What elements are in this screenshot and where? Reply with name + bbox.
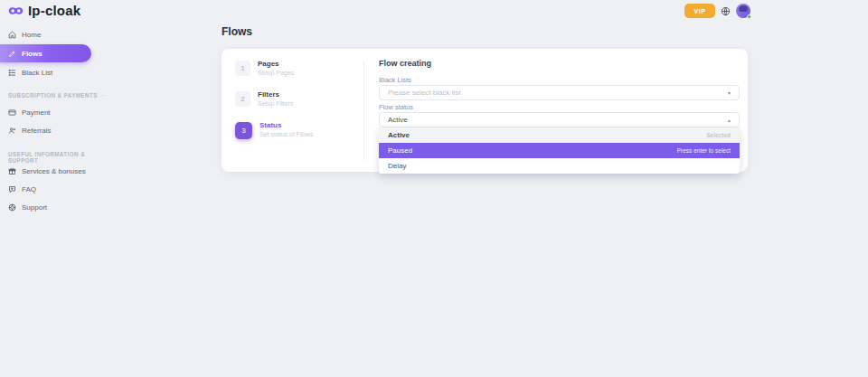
step-subtitle: Setup Pages <box>258 69 294 77</box>
option-hint: Press enter to select <box>677 147 731 154</box>
flows-icon <box>8 50 16 58</box>
option-label: Active <box>388 131 410 139</box>
sidebar-item-label: Black List <box>22 69 52 77</box>
step-subtitle: Set status of Flows <box>259 130 313 138</box>
step-title: Status <box>259 121 313 130</box>
option-active[interactable]: Active Selected <box>379 127 740 143</box>
sidebar-item-label: Referrals <box>22 127 51 135</box>
option-label: Paused <box>388 146 412 155</box>
sidebar-item-support[interactable]: Support <box>0 201 108 213</box>
black-lists-select[interactable]: Please select black list ▾ <box>379 85 740 100</box>
brand-name: Ip-cloak <box>28 3 80 18</box>
flow-status-select[interactable]: Active ▴ <box>379 112 740 127</box>
step-number-badge: 2 <box>235 91 250 107</box>
step-title: Pages <box>258 60 294 69</box>
sidebar-section-label: USEFUL INFORMATION & SUPPORT <box>8 151 108 164</box>
step-number-badge: 3 <box>235 122 252 139</box>
sidebar-section-subscription: SUBSCRIPTION & PAYMENTS <box>0 92 108 99</box>
list-icon <box>8 69 16 77</box>
option-paused[interactable]: Paused Press enter to select <box>379 143 740 158</box>
flow-creating-card: 1 Pages Setup Pages 2 Filters Setup Filt… <box>222 49 748 172</box>
flow-status-dropdown: Active Selected Paused Press enter to se… <box>379 127 740 174</box>
flow-status-value: Active <box>388 116 408 124</box>
online-status-dot <box>747 14 751 19</box>
sidebar-item-referrals[interactable]: Referrals <box>0 124 108 137</box>
form-title: Flow creating <box>379 59 431 68</box>
step-number-badge: 1 <box>235 61 250 76</box>
faq-bubble-icon <box>8 185 16 193</box>
black-lists-label: Black Lists <box>379 76 411 84</box>
sidebar-item-label: Services & bonuses <box>22 167 86 175</box>
gift-icon <box>8 167 16 175</box>
wizard-step-filters[interactable]: 2 Filters Setup Filters <box>235 90 293 108</box>
user-avatar[interactable] <box>736 4 750 18</box>
flow-status-label: Flow status <box>379 103 413 111</box>
sidebar-item-flows[interactable]: Flows <box>0 44 91 62</box>
app-window: Ip-cloak VIP Home Flows Black List <box>0 0 868 377</box>
vip-button[interactable]: VIP <box>684 4 715 18</box>
step-subtitle: Setup Filters <box>258 99 293 108</box>
language-globe-icon[interactable] <box>721 6 731 16</box>
chevron-down-icon: ▾ <box>728 90 731 96</box>
section-divider <box>101 95 105 96</box>
sidebar-section-support: USEFUL INFORMATION & SUPPORT <box>0 151 108 164</box>
lifebuoy-icon <box>8 203 16 212</box>
page-title: Flows <box>222 25 252 38</box>
sidebar-item-services-bonuses[interactable]: Services & bonuses <box>0 165 108 177</box>
home-icon <box>8 31 16 39</box>
sidebar-item-black-list[interactable]: Black List <box>0 66 108 79</box>
option-delay[interactable]: Delay <box>379 158 740 174</box>
flow-creating-form: Flow creating Black Lists Please select … <box>379 49 740 172</box>
brand-logo[interactable]: Ip-cloak <box>7 3 80 18</box>
header-controls: VIP <box>684 4 750 18</box>
wizard-step-status[interactable]: 3 Status Set status of Flows <box>235 121 313 139</box>
sidebar-item-label: Payment <box>22 108 51 117</box>
sidebar-item-label: FAQ <box>22 185 36 193</box>
card-vertical-divider <box>363 61 364 161</box>
credit-card-icon <box>8 108 16 117</box>
chevron-up-icon: ▴ <box>728 117 731 123</box>
option-label: Delay <box>388 162 406 170</box>
sidebar-section-label: SUBSCRIPTION & PAYMENTS <box>8 92 98 99</box>
referrals-person-icon <box>8 127 16 135</box>
step-title: Filters <box>258 90 293 99</box>
black-lists-placeholder: Please select black list <box>388 89 460 97</box>
option-hint: Selected <box>706 132 731 138</box>
wizard-step-pages[interactable]: 1 Pages Setup Pages <box>235 60 294 77</box>
sidebar-item-payment[interactable]: Payment <box>0 106 108 118</box>
mask-icon <box>7 5 24 16</box>
sidebar-item-label: Support <box>22 203 47 212</box>
sidebar-item-faq[interactable]: FAQ <box>0 183 108 195</box>
avatar-figure <box>739 5 748 12</box>
sidebar-item-label: Flows <box>22 50 42 58</box>
sidebar-item-label: Home <box>22 31 41 39</box>
sidebar-item-home[interactable]: Home <box>0 28 108 41</box>
